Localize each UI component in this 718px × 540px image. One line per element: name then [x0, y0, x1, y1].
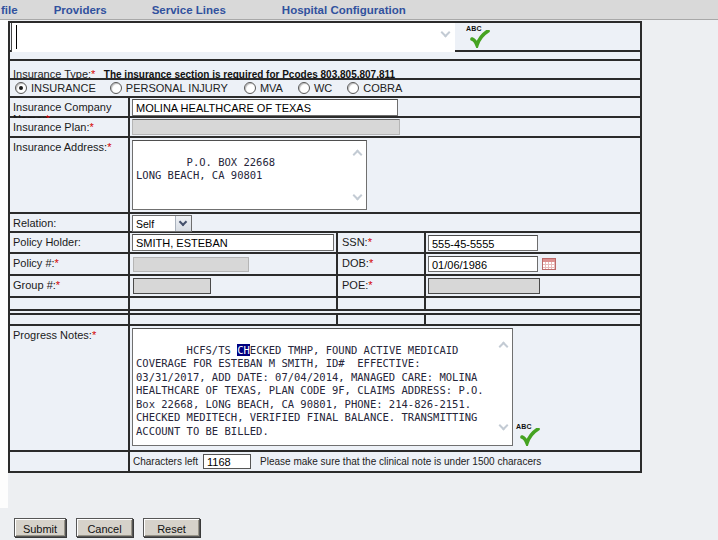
menu-item-service-lines[interactable]: Service Lines [152, 4, 226, 16]
scroll-up-icon[interactable] [499, 342, 509, 352]
chevron-down-icon [179, 218, 187, 226]
relation-select[interactable]: Self [132, 215, 192, 232]
ssn-input[interactable]: 555-45-5555 [428, 235, 538, 251]
scroll-up-icon[interactable] [353, 150, 363, 160]
scroll-down-icon[interactable] [441, 28, 451, 38]
radio-personal-injury-label: PERSONAL INJURY [126, 82, 228, 94]
group-number-label: Group #: [13, 279, 56, 291]
text-cursor [16, 25, 17, 49]
policy-holder-input[interactable]: SMITH, ESTEBAN [132, 234, 334, 251]
insurance-required-note: The insurance section is required for Pc… [104, 69, 395, 80]
spellcheck-icon[interactable]: ABC [466, 25, 492, 51]
group-number-input [133, 278, 211, 294]
required-asterisk: * [369, 257, 373, 269]
notes-text-before: HCFS/TS [187, 344, 238, 356]
poe-input [428, 278, 540, 294]
insurance-type-options-row: INSURANCE PERSONAL INJURY MVA WC COBRA [10, 80, 640, 98]
radio-cobra[interactable] [347, 82, 359, 94]
empty-row [10, 52, 640, 61]
progress-notes-textarea[interactable]: HCFS/TS CHECKED TMHP, FOUND ACTIVE MEDIC… [132, 328, 513, 446]
group-number-row: Group #:* POE:* [10, 276, 640, 298]
radio-wc-label: WC [314, 82, 332, 94]
policy-number-label: Policy #: [13, 257, 55, 269]
policy-number-row: Policy #:* DOB:* 01/06/1986 [10, 254, 640, 276]
dob-input[interactable]: 01/06/1986 [428, 256, 538, 272]
radio-personal-injury[interactable] [110, 82, 122, 94]
characters-note: Please make sure that the clinical note … [260, 456, 541, 467]
radio-insurance[interactable] [15, 82, 27, 94]
insurance-type-header-row: Insurance Type:* The insurance section i… [10, 61, 640, 80]
required-asterisk: * [56, 279, 60, 291]
insurance-plan-input [132, 119, 400, 135]
menu-item-providers[interactable]: Providers [54, 4, 107, 16]
poe-label: POE: [342, 279, 368, 291]
top-note-textarea[interactable] [11, 23, 455, 52]
cancel-button[interactable]: Cancel [76, 518, 133, 537]
insurance-address-textarea[interactable]: P.O. BOX 22668 LONG BEACH, CA 90801 [132, 140, 367, 210]
policy-holder-row: Policy Holder: SMITH, ESTEBAN SSN:* 555-… [10, 233, 640, 254]
spellcheck-icon[interactable]: ABC [516, 423, 542, 449]
notes-text-after: ECKED TMHP, FOUND ACTIVE MEDICAID COVERA… [136, 344, 490, 437]
policy-holder-label: Policy Holder: [13, 236, 81, 248]
insurance-form-table: ABC Insurance Type:* The insurance secti… [8, 21, 642, 473]
required-asterisk: * [368, 236, 372, 248]
insurance-type-label: Insurance Type: [13, 68, 91, 80]
radio-mva[interactable] [244, 82, 256, 94]
characters-left-label: Characters left [133, 456, 198, 467]
progress-notes-label: Progress Notes: [13, 329, 92, 341]
insurance-address-label: Insurance Address: [13, 141, 107, 153]
notes-text-selected: CH [237, 344, 250, 356]
relation-label: Relation: [13, 217, 56, 229]
required-asterisk: * [55, 257, 59, 269]
radio-wc[interactable] [298, 82, 310, 94]
required-asterisk: * [368, 279, 372, 291]
scroll-down-icon[interactable] [353, 191, 363, 201]
insurance-company-row: Insurance Company Name:* MOLINA HEALTHCA… [10, 98, 640, 118]
characters-left-row: Characters left 1168 Please make sure th… [10, 452, 640, 471]
policy-number-input [133, 257, 249, 272]
empty-row [10, 315, 640, 326]
dropdown-arrow-segment[interactable] [175, 216, 191, 231]
menu-item-file[interactable]: file [1, 4, 18, 16]
check-icon [470, 30, 490, 48]
insurance-address-row: Insurance Address:* P.O. BOX 22668 LONG … [10, 138, 640, 214]
reset-button[interactable]: Reset [143, 518, 200, 537]
menu-item-hospital-configuration[interactable]: Hospital Configuration [282, 4, 406, 16]
progress-notes-row: Progress Notes:* HCFS/TS CHECKED TMHP, F… [10, 326, 640, 452]
radio-insurance-label: INSURANCE [31, 82, 96, 94]
calendar-icon[interactable] [542, 258, 556, 270]
insurance-address-text: P.O. BOX 22668 LONG BEACH, CA 90801 [136, 156, 275, 182]
page-left-margin [0, 20, 8, 508]
radio-mva-label: MVA [260, 82, 283, 94]
relation-row: Relation: Self [10, 214, 640, 233]
required-asterisk: * [89, 121, 93, 133]
ssn-label: SSN: [342, 236, 368, 248]
submit-button[interactable]: Submit [14, 518, 66, 537]
top-note-row: ABC [10, 23, 640, 52]
required-asterisk: * [107, 141, 111, 153]
relation-selected-value: Self [136, 218, 154, 230]
empty-row [10, 298, 640, 311]
required-asterisk: * [92, 329, 96, 341]
check-icon [520, 428, 540, 446]
characters-left-input: 1168 [203, 454, 251, 469]
insurance-company-input[interactable]: MOLINA HEALTHCARE OF TEXAS [132, 99, 398, 116]
required-asterisk: * [91, 68, 95, 80]
radio-cobra-label: COBRA [363, 82, 402, 94]
insurance-plan-label: Insurance Plan: [13, 121, 89, 133]
dob-label: DOB: [342, 257, 369, 269]
menu-bar: file Providers Service Lines Hospital Co… [0, 0, 718, 20]
insurance-plan-row: Insurance Plan:* [10, 118, 640, 138]
scroll-down-icon[interactable] [499, 421, 509, 431]
